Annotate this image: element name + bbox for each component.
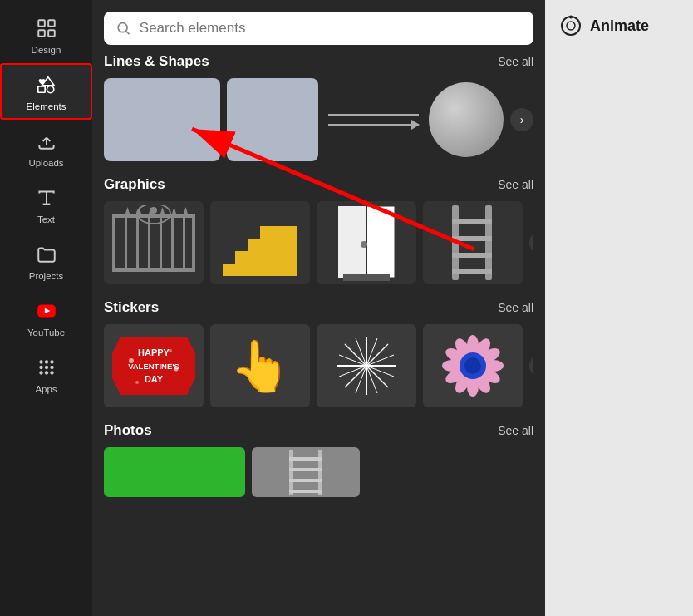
design-icon [30, 15, 63, 42]
sidebar-item-design[interactable]: Design [0, 7, 92, 63]
graphics-title: Graphics [104, 176, 165, 193]
svg-point-18 [118, 23, 127, 32]
svg-rect-24 [136, 214, 139, 272]
svg-rect-19 [112, 214, 116, 272]
photos-items [104, 447, 533, 497]
lines-shapes-see-all[interactable]: See all [498, 55, 533, 68]
svg-point-11 [50, 360, 53, 363]
shape-circle[interactable] [429, 82, 504, 157]
sidebar-item-text[interactable]: Text [0, 176, 92, 233]
graphic-ladder[interactable] [423, 201, 523, 284]
svg-rect-48 [452, 236, 492, 241]
svg-rect-83 [289, 457, 322, 461]
graphics-see-all[interactable]: See all [498, 178, 533, 191]
graphics-header: Graphics See all [104, 176, 533, 193]
svg-rect-37 [223, 264, 297, 276]
sticker-sparkle[interactable] [317, 324, 416, 407]
svg-rect-2 [38, 30, 45, 37]
svg-rect-45 [452, 205, 459, 280]
svg-rect-39 [248, 239, 297, 251]
svg-marker-34 [160, 207, 165, 214]
svg-point-57 [135, 381, 139, 384]
projects-icon [30, 241, 63, 268]
stickers-title: Stickers [104, 299, 159, 316]
sidebar-youtube-label: YouTube [27, 328, 65, 338]
svg-rect-38 [235, 251, 297, 264]
svg-point-14 [50, 366, 53, 369]
search-bar[interactable] [104, 12, 533, 45]
animate-icon [560, 15, 582, 37]
lines-shapes-next-btn[interactable]: › [510, 108, 533, 131]
svg-point-91 [569, 16, 573, 19]
photo-green[interactable] [104, 447, 245, 497]
sticker-valentine[interactable]: HAPPY VALENTINE'S DAY [104, 324, 204, 407]
svg-point-15 [39, 371, 42, 374]
svg-point-80 [464, 357, 481, 374]
sticker-sunflower[interactable] [423, 324, 523, 407]
shape-large-rect[interactable] [104, 78, 220, 161]
lines-shapes-title: Lines & Shapes [104, 53, 209, 70]
sidebar-design-label: Design [32, 45, 61, 55]
search-input[interactable] [140, 20, 522, 37]
svg-point-16 [44, 371, 47, 374]
sidebar-text-label: Text [37, 214, 55, 224]
sidebar-elements-label: Elements [27, 101, 66, 111]
graphics-items: › [104, 201, 533, 284]
sidebar: Design Elements Uploads [0, 0, 92, 616]
svg-rect-49 [452, 253, 492, 258]
graphic-door[interactable] [317, 201, 416, 284]
svg-rect-1 [48, 20, 55, 27]
sidebar-item-apps[interactable]: Apps [0, 346, 92, 402]
svg-rect-40 [260, 226, 297, 239]
uploads-icon [30, 128, 63, 155]
svg-point-58 [169, 349, 172, 352]
sidebar-apps-label: Apps [35, 384, 57, 394]
photos-see-all[interactable]: See all [498, 424, 533, 437]
svg-point-89 [562, 17, 580, 35]
lines-shapes-section: Lines & Shapes See all › [104, 53, 533, 161]
sections-container: Lines & Shapes See all › Graphics See al… [92, 53, 545, 616]
line-plain[interactable] [328, 114, 419, 116]
stickers-section: Stickers See all HAPPY VALENTINE'S DAY [104, 299, 533, 407]
svg-rect-28 [183, 214, 185, 272]
stickers-items: HAPPY VALENTINE'S DAY 👆 [104, 324, 533, 407]
svg-rect-27 [171, 214, 174, 272]
svg-rect-82 [318, 450, 322, 495]
apps-icon [30, 354, 63, 381]
animate-button-area[interactable]: Animate [545, 0, 693, 37]
svg-point-44 [361, 241, 367, 248]
stickers-header: Stickers See all [104, 299, 533, 316]
animate-label: Animate [590, 17, 649, 35]
sticker-hand[interactable]: 👆 [210, 324, 310, 407]
sidebar-item-projects[interactable]: Projects [0, 233, 92, 289]
svg-rect-50 [452, 269, 492, 274]
stickers-see-all[interactable]: See all [498, 301, 533, 314]
svg-rect-81 [289, 450, 293, 495]
graphic-stairs[interactable] [210, 201, 310, 284]
graphic-gate[interactable] [104, 201, 204, 284]
sidebar-item-youtube[interactable]: YouTube [0, 289, 92, 346]
svg-point-12 [39, 366, 42, 369]
svg-text:HAPPY: HAPPY [138, 347, 170, 357]
svg-point-6 [47, 86, 53, 92]
graphics-section: Graphics See all [104, 176, 533, 284]
text-icon [30, 185, 63, 211]
graphics-next-btn[interactable]: › [529, 231, 533, 254]
lines-shapes-items: › [104, 78, 533, 161]
stickers-next-btn[interactable]: › [529, 354, 533, 377]
svg-marker-31 [125, 207, 130, 214]
hand-emoji: 👆 [229, 337, 292, 396]
svg-point-10 [44, 360, 47, 363]
photo-ladder[interactable] [252, 447, 360, 497]
right-panel: Animate [545, 0, 693, 616]
line-arrow[interactable] [328, 124, 419, 126]
sidebar-item-uploads[interactable]: Uploads [0, 120, 92, 176]
photos-header: Photos See all [104, 422, 533, 439]
svg-rect-5 [37, 86, 44, 92]
svg-point-55 [129, 358, 134, 363]
sidebar-item-elements[interactable]: Elements [0, 63, 92, 120]
svg-rect-84 [289, 468, 322, 471]
svg-rect-47 [452, 219, 492, 224]
shape-lines [325, 114, 422, 126]
shape-small-rect[interactable] [227, 78, 318, 161]
